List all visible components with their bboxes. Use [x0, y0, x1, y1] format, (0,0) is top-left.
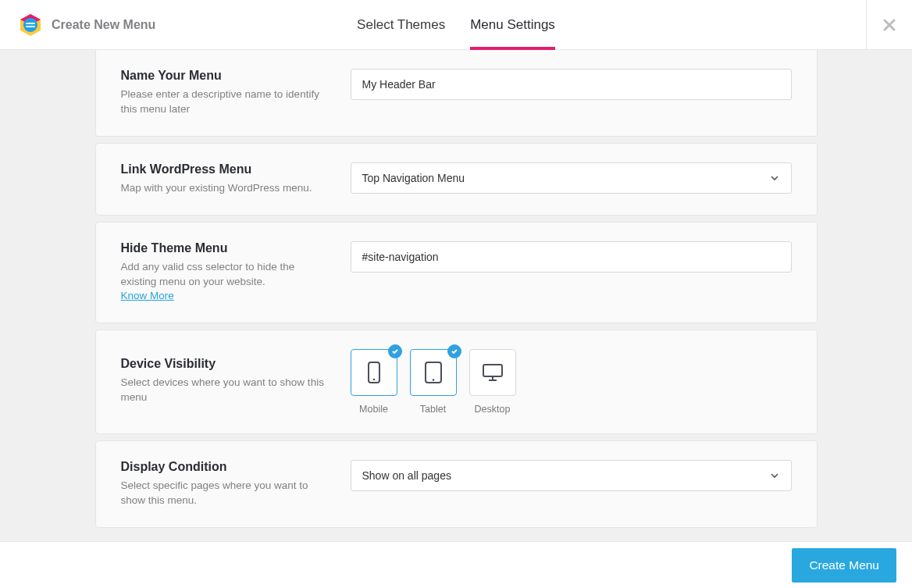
- chevron-down-icon: [769, 470, 780, 481]
- wp-menu-select[interactable]: Top Navigation Menu: [351, 162, 792, 194]
- section-desc: Please enter a descriptive name to ident…: [121, 87, 332, 117]
- check-badge-icon: [447, 344, 461, 358]
- section-title: Device Visibility: [121, 357, 332, 371]
- section-link-wp-menu: Link WordPress Menu Map with your existi…: [95, 143, 818, 216]
- device-option-tablet: Tablet: [410, 349, 457, 415]
- device-tablet-toggle[interactable]: [410, 349, 457, 396]
- check-badge-icon: [388, 344, 402, 358]
- svg-point-6: [372, 379, 375, 381]
- display-condition-value: Show on all pages: [362, 469, 451, 482]
- tablet-icon: [423, 361, 444, 384]
- section-title: Display Condition: [121, 460, 332, 474]
- section-name-menu: Name Your Menu Please enter a descriptiv…: [95, 50, 818, 137]
- close-icon[interactable]: [882, 18, 896, 32]
- menu-name-input[interactable]: My Header Bar: [351, 69, 792, 100]
- mobile-icon: [366, 361, 382, 384]
- section-device-visibility: Device Visibility Select devices where y…: [95, 330, 818, 434]
- section-hide-theme-menu: Hide Theme Menu Add any valid css select…: [95, 222, 818, 324]
- brand-logo-icon: [19, 13, 42, 37]
- section-title: Link WordPress Menu: [121, 162, 332, 176]
- svg-point-2: [23, 18, 37, 32]
- device-option-mobile: Mobile: [351, 349, 397, 415]
- page-title: Create New Menu: [52, 18, 155, 32]
- svg-point-8: [432, 380, 434, 382]
- chevron-down-icon: [769, 173, 780, 184]
- tab-menu-settings[interactable]: Menu Settings: [470, 0, 555, 49]
- device-label: Mobile: [351, 404, 397, 415]
- desktop-icon: [481, 362, 504, 383]
- menu-name-value: My Header Bar: [362, 78, 436, 91]
- device-mobile-toggle[interactable]: [351, 349, 397, 396]
- brand: Create New Menu: [0, 13, 155, 37]
- section-display-condition: Display Condition Select specific pages …: [95, 440, 818, 528]
- svg-rect-9: [483, 365, 502, 376]
- section-title: Hide Theme Menu: [121, 241, 332, 255]
- device-label: Desktop: [469, 404, 516, 415]
- work-area: Name Your Menu Please enter a descriptiv…: [0, 50, 912, 541]
- svg-rect-3: [26, 23, 35, 24]
- device-option-desktop: Desktop: [469, 349, 516, 415]
- top-bar: Create New Menu Select Themes Menu Setti…: [0, 0, 912, 50]
- device-label: Tablet: [410, 404, 457, 415]
- bottom-bar: Create Menu: [0, 541, 912, 588]
- display-condition-select[interactable]: Show on all pages: [351, 460, 792, 491]
- section-title: Name Your Menu: [121, 69, 332, 83]
- device-options: Mobile Tablet: [351, 349, 516, 415]
- section-desc: Add any valid css selector to hide the e…: [121, 260, 332, 305]
- section-desc: Select devices where you want to show th…: [121, 376, 332, 405]
- css-selector-value: #site-navigation: [362, 251, 439, 263]
- create-menu-button[interactable]: Create Menu: [792, 548, 896, 583]
- section-desc: Select specific pages where you want to …: [121, 479, 332, 508]
- svg-rect-4: [26, 26, 35, 27]
- wp-menu-value: Top Navigation Menu: [362, 172, 465, 184]
- section-desc: Map with your existing WordPress menu.: [121, 181, 332, 196]
- tab-select-themes[interactable]: Select Themes: [357, 0, 445, 49]
- css-selector-input[interactable]: #site-navigation: [351, 241, 792, 273]
- device-desktop-toggle[interactable]: [469, 349, 516, 396]
- know-more-link[interactable]: Know More: [121, 290, 174, 301]
- divider: [866, 0, 867, 49]
